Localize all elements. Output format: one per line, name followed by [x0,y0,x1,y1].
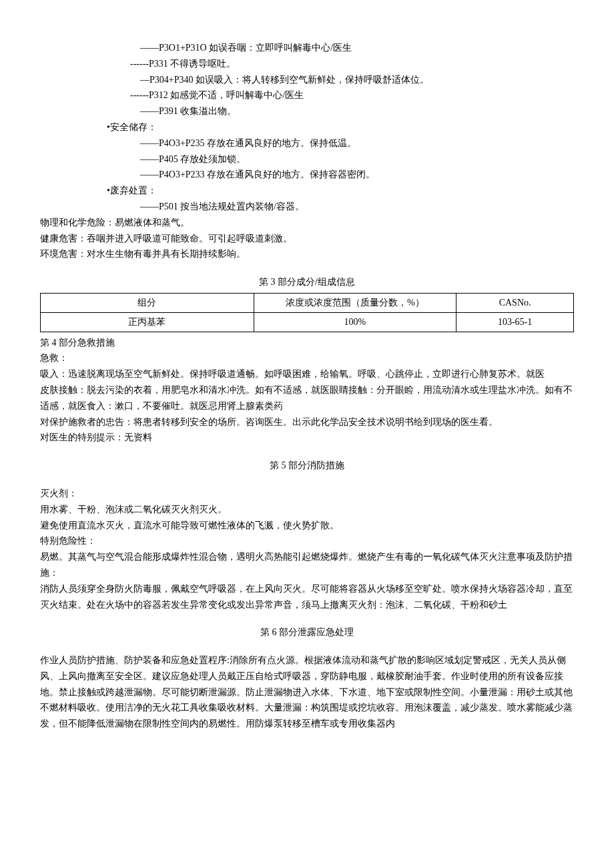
hazard-physical: 物理和化学危险：易燃液体和蒸气。 [40,215,574,231]
cell-component: 正丙基苯 [41,312,254,332]
disposal-label: •废弃处置： [40,183,574,199]
danger-text: 易燃。其蒸气与空气混合能形成爆炸性混合物，遇明火高热能引起燃烧爆炸。燃烧产生有毒… [40,549,574,581]
danger-label: 特别危险性： [40,533,574,549]
section4-heading: 第 4 部分急救措施 [40,335,574,351]
extinguish-line2: 避免使用直流水灭火，直流水可能导致可燃性液体的飞溅，使火势扩散。 [40,518,574,534]
hazard-health: 健康危害：吞咽并进入呼吸道可能致命。可引起呼吸道刺激。 [40,231,574,247]
precaution-line: ——P3O1+P31O 如误吞咽：立即呼叫解毒中心/医生 [40,40,574,56]
col-concentration: 浓度或浓度范围（质量分数，%） [254,293,456,312]
table-row: 正丙基苯 100% 103-65-1 [41,312,574,332]
table-header-row: 组分 浓度或浓度范围（质量分数，%） CASNo. [41,293,574,312]
storage-label: •安全储存： [40,119,574,135]
cell-concentration: 100% [254,312,456,332]
col-cas: CASNo. [456,293,574,312]
disposal-line: ——P501 按当地法规处置内装物/容器。 [40,199,574,215]
first-aid-rescuer: 对保护施救者的忠告：将患者转移到安全的场所。咨询医生。出示此化学品安全技术说明书… [40,414,574,430]
extinguish-label: 灭火剂： [40,486,574,502]
section6-text: 作业人员防护措施、防护装备和应急处置程序:消除所有点火源。根据液体流动和蒸气扩散… [40,653,574,732]
first-aid-inhalation: 吸入：迅速脱离现场至空气新鲜处。保持呼吸道通畅。如呼吸困难，给输氧。呼吸、心跳停… [40,366,574,382]
section3-heading: 第 3 部分成分/组成信息 [40,274,574,290]
precaution-line: ------P312 如感觉不适，呼叫解毒中心/医生 [40,87,574,103]
composition-table: 组分 浓度或浓度范围（质量分数，%） CASNo. 正丙基苯 100% 103-… [40,293,574,332]
section5-heading: 第 5 部分消防措施 [40,458,574,474]
extinguish-line1: 用水雾、干粉、泡沫或二氧化碳灭火剂灭火。 [40,502,574,518]
section6-heading: 第 6 部分泄露应急处理 [40,624,574,640]
first-aid-skin: 皮肤接触：脱去污染的衣着，用肥皂水和清水冲洗。如有不适感，就医眼睛接触：分开眼睑… [40,382,574,414]
storage-line: ——P4O3+P235 存放在通风良好的地方。保持低温。 [40,135,574,151]
storage-line: ——P405 存放处须加锁。 [40,151,574,167]
first-aid-doctor: 对医生的特别提示：无资料 [40,430,574,446]
cell-cas: 103-65-1 [456,312,574,332]
precaution-line: ------P331 不得诱导呕吐。 [40,56,574,72]
precautions-block: ——P3O1+P31O 如误吞咽：立即呼叫解毒中心/医生 ------P331 … [40,40,574,215]
first-aid-label: 急救： [40,350,574,366]
col-component: 组分 [41,293,254,312]
storage-line: ——P4O3+P233 存放在通风良好的地方。保持容器密闭。 [40,167,574,183]
hazard-environment: 环境危害：对水生生物有毒并具有长期持续影响。 [40,246,574,262]
precaution-line: ——P391 收集溢出物。 [40,103,574,119]
precaution-line: —P304+P340 如误吸入：将人转移到空气新鲜处，保持呼吸舒适体位。 [40,72,574,88]
fire-text: 消防人员须穿全身防火防毒服，佩戴空气呼吸器，在上风向灭火。尽可能将容器从火场移至… [40,581,574,613]
